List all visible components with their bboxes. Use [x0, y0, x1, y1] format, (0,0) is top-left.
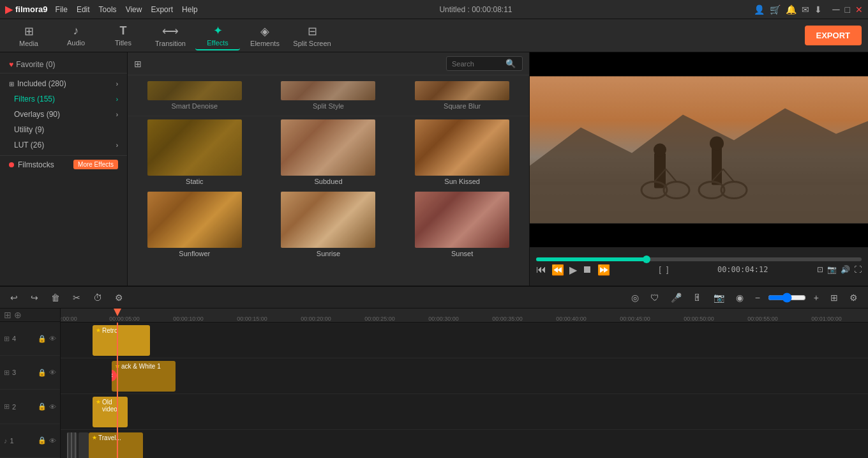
playhead[interactable]	[117, 323, 118, 458]
toolbar-titles[interactable]: T Titles	[101, 21, 146, 50]
effect-split-style[interactable]: Split Style	[262, 78, 396, 113]
toolbar-audio[interactable]: ♪ Audio	[54, 21, 98, 50]
bracket-in-icon[interactable]: [	[659, 265, 661, 274]
search-input[interactable]	[452, 60, 503, 68]
skip-back-button[interactable]: ⏮	[536, 264, 546, 275]
more-effects-button[interactable]: More Effects	[73, 160, 118, 169]
track-1-icon: ♪	[4, 437, 8, 445]
timeline-content: ⊞ ⊕ ⊞ 4 🔒 👁 ⊞ 3 🔒 👁 ⊞ 2 🔒 👁	[0, 309, 868, 458]
track-4-lock[interactable]: 🔒	[38, 335, 47, 343]
effect-square-blur[interactable]: Square Blur	[395, 78, 529, 113]
window-title: Untitled : 00:00:08:11	[439, 5, 512, 14]
menu-export[interactable]: Export	[151, 5, 173, 14]
media-button[interactable]: 📷	[710, 291, 728, 305]
maximize-button[interactable]: □	[845, 4, 850, 15]
clip-retro[interactable]: ★ Retro	[93, 325, 150, 356]
effect-sunkissed[interactable]: Sun Kissed	[395, 116, 529, 188]
clip-bw[interactable]: ✕ ★ ack & White 1	[112, 361, 176, 392]
redo-button[interactable]: ↪	[27, 291, 42, 305]
chevron-right-icon-3: ›	[116, 142, 118, 149]
minimize-button[interactable]: ─	[832, 4, 839, 15]
track-1-lock[interactable]: 🔒	[38, 436, 47, 445]
menu-help[interactable]: Help	[182, 5, 198, 14]
play-button[interactable]: ▶	[569, 264, 577, 276]
effect-sunflower[interactable]: Sunflower	[128, 188, 262, 261]
pip-icon[interactable]: ⊡	[817, 265, 823, 274]
elements-label: Elements	[250, 40, 280, 47]
progress-thumb[interactable]	[643, 256, 650, 263]
step-forward-button[interactable]: ⏩	[597, 264, 610, 276]
audio-mix-button[interactable]: 🎚	[689, 291, 706, 305]
stop-button[interactable]: ⏹	[582, 264, 592, 275]
utility-label: Utility (9)	[14, 125, 44, 134]
toolbar-elements[interactable]: ◈ Elements	[243, 21, 287, 50]
layout-button[interactable]: ⊞	[827, 291, 842, 305]
effect-subdued[interactable]: Subdued	[262, 116, 396, 188]
track-2-lock[interactable]: 🔒	[38, 402, 47, 411]
zoom-out-button[interactable]: −	[751, 291, 764, 305]
sidebar-included[interactable]: ⊞ Included (280) ›	[0, 76, 127, 91]
sidebar-filters[interactable]: Filters (155) ›	[0, 91, 127, 107]
notification-icon[interactable]: 🔔	[786, 4, 797, 15]
track-1-eye[interactable]: 👁	[49, 437, 56, 445]
cart-icon[interactable]: 🛒	[770, 4, 781, 15]
settings-button[interactable]: ⚙	[846, 291, 862, 305]
menu-view[interactable]: View	[126, 5, 142, 14]
undo-button[interactable]: ↩	[6, 291, 22, 305]
favorite-item[interactable]: ♥ Favorite (0)	[0, 56, 127, 73]
magnet-icon[interactable]: ⊕	[14, 310, 22, 320]
logo-text: filmora9	[15, 4, 48, 14]
motion-track-button[interactable]: ◎	[627, 291, 643, 305]
export-button[interactable]: EXPORT	[805, 26, 862, 45]
cut-button[interactable]: ✂	[69, 291, 84, 305]
menu-file[interactable]: File	[56, 5, 68, 14]
filmstocks-item[interactable]: Filmstocks More Effects	[0, 155, 127, 173]
speed-button[interactable]: ⏱	[89, 291, 106, 305]
effect-smart-denoise[interactable]: Smart Denoise	[128, 78, 262, 113]
zoom-slider[interactable]	[768, 293, 806, 303]
effect-sunset[interactable]: Sunset	[395, 188, 529, 261]
toolbar-effects[interactable]: ✦ Effects	[195, 21, 240, 50]
preview-area: ⏮ ⏪ ▶ ⏹ ⏩ [ ] 00:00:04:12 ⊡ 📷 🔊 ⛶	[530, 52, 868, 286]
add-track-icon[interactable]: ⊞	[4, 310, 11, 320]
track-2-eye[interactable]: 👁	[49, 403, 56, 411]
zoom-in-button[interactable]: +	[810, 291, 823, 305]
sidebar-sections: ⊞ Included (280) › Filters (155) › Overl…	[0, 73, 127, 155]
track-4-eye[interactable]: 👁	[49, 335, 56, 342]
sidebar-overlays[interactable]: Overlays (90) ›	[0, 107, 127, 122]
sunflower-label: Sunflower	[179, 250, 210, 257]
mask-button[interactable]: 🛡	[647, 291, 663, 305]
delete-button[interactable]: 🗑	[47, 291, 64, 305]
clip-old-video[interactable]: ★ Old video	[93, 397, 128, 427]
sidebar-lut[interactable]: LUT (26) ›	[0, 137, 127, 153]
user-icon[interactable]: 👤	[754, 4, 765, 15]
mail-icon[interactable]: ✉	[802, 4, 809, 15]
snapshot-icon[interactable]: 📷	[827, 265, 837, 274]
track-3-lock[interactable]: 🔒	[38, 369, 47, 377]
timeline-ruler: 00:00:00:00 00:00:05:00 00:00:10:00 00:0…	[61, 309, 868, 323]
voiceover-button[interactable]: 🎤	[667, 291, 685, 305]
grid-layout-icon[interactable]: ⊞	[134, 59, 142, 69]
clip-travel[interactable]: ★ Travel...	[89, 432, 143, 458]
track-3-eye[interactable]: 👁	[49, 369, 56, 376]
fullscreen-icon[interactable]: ⛶	[854, 265, 862, 274]
step-back-button[interactable]: ⏪	[551, 264, 564, 276]
sidebar-utility[interactable]: Utility (9)	[0, 122, 127, 137]
toolbar-media[interactable]: ⊞ Media	[6, 21, 51, 50]
volume-icon[interactable]: 🔊	[841, 265, 850, 274]
download-icon[interactable]: ⬇	[814, 4, 822, 15]
progress-bar[interactable]	[536, 257, 862, 261]
toolbar-split-screen[interactable]: ⊟ Split Screen	[290, 21, 334, 50]
effect-static[interactable]: Static	[128, 116, 262, 188]
close-button[interactable]: ✕	[855, 4, 863, 15]
menu-edit[interactable]: Edit	[77, 5, 90, 14]
effects-grid-main: Static Subdued Sun Kissed Sunflower	[128, 116, 529, 261]
sunkissed-label: Sun Kissed	[444, 178, 480, 185]
tracks-body: ★ Retro ✕ ★ ack & White 1 ★ Ol	[61, 323, 868, 458]
menu-tools[interactable]: Tools	[99, 5, 117, 14]
toolbar-transition[interactable]: ⟷ Transition	[148, 21, 193, 50]
bracket-out-icon[interactable]: ]	[666, 265, 668, 274]
pip-timeline-button[interactable]: ◉	[732, 291, 747, 305]
adjust-button[interactable]: ⚙	[111, 291, 127, 305]
effect-sunrise[interactable]: Sunrise	[262, 188, 396, 261]
